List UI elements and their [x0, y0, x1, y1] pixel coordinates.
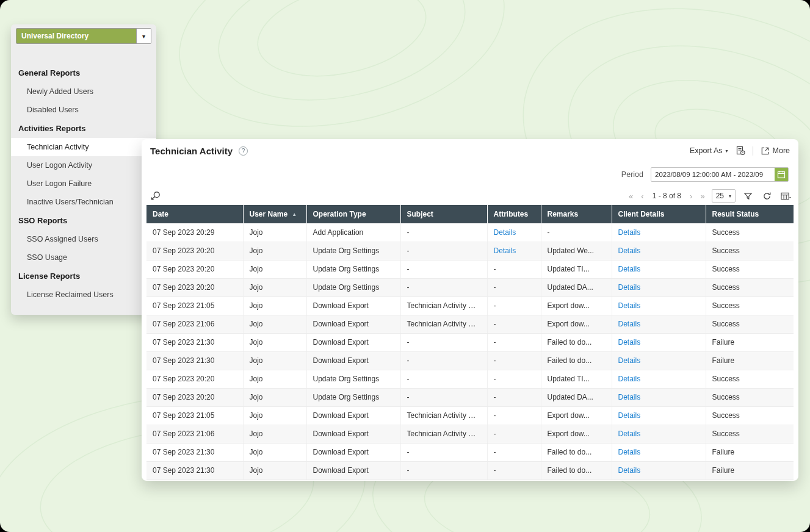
cell-date: 07 Sep 2023 20:20: [146, 242, 243, 260]
page-size-select[interactable]: 25 ▾: [712, 189, 736, 203]
sidebar-entry[interactable]: Inactive Users/Technician: [11, 193, 156, 211]
cell-client-details-link[interactable]: Details: [612, 297, 706, 315]
panel-toolbar: Export As ▾: [690, 146, 790, 156]
cell-result-status: Failure: [706, 351, 794, 370]
sidebar-entry[interactable]: Newly Added Users: [11, 82, 156, 101]
column-header[interactable]: Client Details: [612, 205, 706, 223]
cell-remarks: Export dow...: [541, 315, 612, 333]
cell-date: 07 Sep 2023 20:20: [146, 278, 243, 297]
activity-table-wrap: Date User Name▲ Operation Type: [146, 205, 794, 480]
cell-operation-type: Update Org Settings: [306, 388, 400, 406]
table-row: 07 Sep 2023 20:20 Jojo Update Org Settin…: [146, 242, 794, 260]
cell-client-details-link[interactable]: Details: [612, 223, 706, 242]
cell-date: 07 Sep 2023 21:30: [146, 351, 243, 370]
cell-result-status: Success: [706, 388, 794, 406]
export-history-button[interactable]: [736, 146, 745, 156]
table-row: 07 Sep 2023 20:20 Jojo Update Org Settin…: [146, 260, 794, 278]
cell-attributes[interactable]: Details: [487, 242, 541, 260]
help-icon[interactable]: ?: [239, 146, 248, 156]
sidebar-entry[interactable]: User Logon Failure: [11, 174, 156, 193]
cell-result-status: Success: [706, 223, 794, 242]
cell-date: 07 Sep 2023 21:30: [146, 333, 243, 351]
cell-attributes: -: [487, 461, 541, 480]
cell-attributes: -: [487, 443, 541, 461]
column-header[interactable]: Attributes: [487, 205, 541, 223]
filter-button[interactable]: [741, 189, 754, 203]
pagination-range: 1 - 8 of 8: [653, 192, 681, 200]
cell-client-details-link[interactable]: Details: [612, 461, 706, 480]
column-header[interactable]: Subject: [400, 205, 487, 223]
pagination-last-button[interactable]: »: [699, 192, 706, 201]
cell-date: 07 Sep 2023 21:06: [146, 315, 243, 333]
chevron-down-icon[interactable]: ▾: [136, 29, 151, 43]
cell-remarks: Updated TI...: [541, 370, 612, 388]
activity-table: Date User Name▲ Operation Type: [146, 205, 794, 480]
column-header[interactable]: Date: [146, 205, 243, 223]
cell-subject: -: [400, 223, 487, 242]
period-range-input[interactable]: 2023/08/09 12:00:00 AM - 2023/09: [651, 167, 789, 182]
panel-header: Technician Activity ? Export As ▾: [142, 139, 798, 162]
sidebar-entry-label: SSO Assigned Users: [27, 235, 98, 243]
cell-attributes: -: [487, 388, 541, 406]
export-as-button[interactable]: Export As ▾: [690, 146, 728, 155]
pagination-next-button[interactable]: ›: [689, 192, 693, 201]
sidebar-entry[interactable]: SSO Assigned Users: [11, 230, 156, 248]
cell-client-details-link[interactable]: Details: [612, 242, 706, 260]
cell-client-details-link[interactable]: Details: [612, 388, 706, 406]
cell-client-details-link[interactable]: Details: [612, 370, 706, 388]
cell-attributes: -: [487, 406, 541, 425]
cell-client-details-link[interactable]: Details: [612, 260, 706, 278]
cell-client-details-link[interactable]: Details: [612, 333, 706, 351]
cell-user-name: Jojo: [243, 260, 306, 278]
cell-client-details-link[interactable]: Details: [612, 278, 706, 297]
cell-attributes[interactable]: Details: [487, 223, 541, 242]
column-header[interactable]: Remarks: [541, 205, 612, 223]
column-header[interactable]: User Name▲: [243, 205, 306, 223]
sidebar-entry[interactable]: User Logon Activity: [11, 156, 156, 174]
cell-subject: Technician Activity Rep...: [400, 315, 487, 333]
sidebar-entry[interactable]: SSO Usage: [11, 248, 156, 267]
table-controls-row: « ‹ 1 - 8 of 8 › » 25 ▾: [142, 187, 798, 205]
pagination-first-button[interactable]: «: [627, 192, 634, 201]
cell-result-status: Failure: [706, 461, 794, 480]
cell-result-status: Success: [706, 278, 794, 297]
cell-attributes: -: [487, 333, 541, 351]
sidebar-entry[interactable]: Disabled Users: [11, 101, 156, 119]
directory-dropdown-value: Universal Directory: [16, 29, 136, 43]
cell-remarks: Failed to do...: [541, 443, 612, 461]
column-header[interactable]: Result Status: [706, 205, 794, 223]
sidebar-entry-label: SSO Usage: [27, 253, 67, 262]
chevron-down-icon: ▾: [729, 193, 731, 199]
caret-down-icon: ▾: [726, 148, 728, 154]
cell-operation-type: Update Org Settings: [306, 370, 400, 388]
cell-date: 07 Sep 2023 20:20: [146, 370, 243, 388]
cell-remarks: Updated TI...: [541, 260, 612, 278]
calendar-button[interactable]: [775, 168, 788, 181]
column-header-label: Operation Type: [313, 210, 366, 218]
cell-client-details-link[interactable]: Details: [612, 315, 706, 333]
cell-client-details-link[interactable]: Details: [612, 443, 706, 461]
more-button[interactable]: More: [761, 146, 790, 156]
sidebar-entry[interactable]: License Reclaimed Users: [11, 286, 156, 304]
search-icon: [150, 191, 161, 201]
sidebar-nav: General Reports Newly Added Users Disabl…: [11, 63, 156, 304]
cell-operation-type: Add Application: [306, 223, 400, 242]
cell-remarks: Export dow...: [541, 425, 612, 443]
search-toggle-button[interactable]: [150, 191, 161, 201]
cell-client-details-link[interactable]: Details: [612, 351, 706, 370]
sidebar-entry[interactable]: Technician Activity: [11, 138, 156, 156]
app-background: Universal Directory ▾ General Reports Ne…: [0, 0, 810, 532]
cell-subject: -: [400, 333, 487, 351]
cell-date: 07 Sep 2023 21:06: [146, 425, 243, 443]
column-settings-button[interactable]: [779, 189, 792, 203]
column-header[interactable]: Operation Type: [306, 205, 400, 223]
refresh-button[interactable]: [760, 189, 773, 203]
cell-client-details-link[interactable]: Details: [612, 406, 706, 425]
directory-dropdown[interactable]: Universal Directory ▾: [16, 28, 151, 44]
column-header-label: Result Status: [712, 210, 759, 218]
column-header-label: Client Details: [618, 210, 665, 218]
cell-client-details-link[interactable]: Details: [612, 425, 706, 443]
pagination-prev-button[interactable]: ‹: [640, 192, 645, 201]
reports-sidebar: Universal Directory ▾ General Reports Ne…: [11, 24, 156, 315]
cell-date: 07 Sep 2023 21:05: [146, 406, 243, 425]
